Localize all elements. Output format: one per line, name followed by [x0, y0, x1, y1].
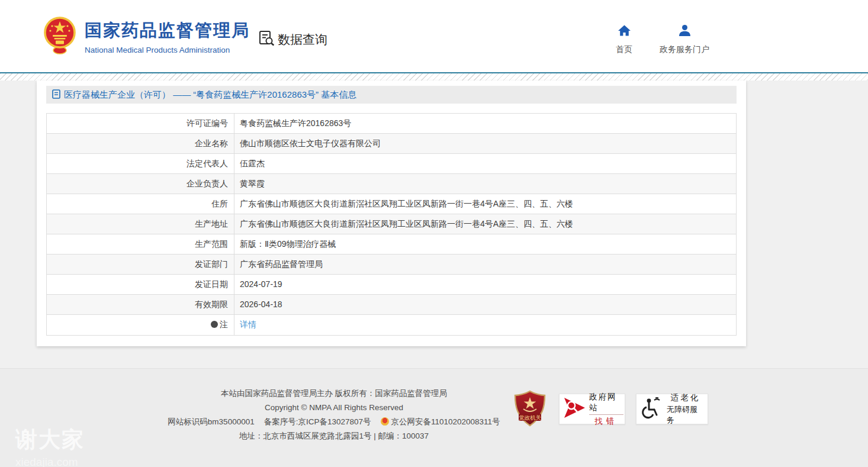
- site-brand: 国家药品监督管理局 National Medical Products Admi…: [44, 16, 250, 57]
- row-value: 粤食药监械生产许20162863号: [234, 114, 736, 133]
- find-error-divider: [589, 414, 623, 415]
- row-label: 住所: [47, 194, 234, 214]
- party-emblem-label: 党政机关: [519, 414, 542, 421]
- row-value: 详情: [234, 315, 736, 335]
- row-label: 许可证编号: [47, 114, 234, 133]
- row-label: 发证日期: [47, 275, 234, 294]
- panel-title-bar: 医疗器械生产企业（许可） —— “粤食药监械生产许20162863号” 基本信息: [46, 86, 737, 104]
- document-icon: [52, 89, 60, 101]
- nav-portal-label: 政务服务门户: [660, 44, 709, 55]
- nav-home[interactable]: 首页: [616, 24, 632, 55]
- row-label: 有效期限: [47, 295, 234, 314]
- row-value: 广东省佛山市顺德区大良街道新滘社区凤翔工业区凤新路一街一巷4号A座三、四、五、六…: [234, 194, 736, 214]
- site-code: 网站标识码bm35000001: [168, 415, 254, 429]
- national-emblem-logo: [44, 16, 76, 57]
- footer-text-block: 本站由国家药品监督管理局主办 版权所有：国家药品监督管理局 Copyright …: [159, 387, 509, 443]
- table-row: 企业负责人 黄翠霞: [47, 174, 736, 194]
- bullet-icon: [211, 321, 218, 328]
- table-row: 发证日期 2024-07-19: [47, 275, 736, 295]
- find-error-top-label: 政府网站: [589, 392, 623, 413]
- find-error-bottom-label: 找错: [595, 416, 618, 427]
- top-navigation: 首页 政务服务门户: [616, 24, 709, 55]
- row-label: 企业负责人: [47, 174, 234, 194]
- document-search-icon: [258, 30, 275, 49]
- site-title: 国家药品监督管理局: [85, 19, 250, 43]
- icp-link[interactable]: 备案序号:京ICP备13027807号: [264, 415, 371, 429]
- accessibility-icon: [640, 396, 664, 422]
- table-row: 生产范围 新版：Ⅱ类09物理治疗器械: [47, 234, 736, 255]
- nav-portal[interactable]: 政务服务门户: [660, 24, 709, 55]
- license-info-table: 许可证编号 粤食药监械生产许20162863号 企业名称 佛山市顺德区依士文电子…: [46, 113, 737, 336]
- table-row: 法定代表人 伍霆杰: [47, 154, 736, 174]
- site-title-block: 国家药品监督管理局 National Medical Products Admi…: [85, 19, 250, 54]
- row-value: 新版：Ⅱ类09物理治疗器械: [234, 234, 736, 254]
- accessibility-bottom-label: 无障碍服务: [667, 404, 704, 426]
- table-row: 有效期限 2026-04-18: [47, 295, 736, 315]
- row-value: 佛山市顺德区依士文电子仪器有限公司: [234, 134, 736, 153]
- table-row: 许可证编号 粤食药监械生产许20162863号: [47, 114, 736, 134]
- row-value: 2026-04-18: [234, 295, 736, 314]
- home-icon: [617, 24, 632, 40]
- site-header: 国家药品监督管理局 National Medical Products Admi…: [0, 0, 868, 72]
- table-row: 生产地址 广东省佛山市顺德区大良街道新滘社区凤翔工业区凤新路一街一巷4号A座三、…: [47, 214, 736, 234]
- row-value: 黄翠霞: [234, 174, 736, 194]
- gongan-link[interactable]: 京公网安备11010202008311号: [391, 417, 500, 426]
- footer-copyright-line: Copyright © NMPA All Rights Reserved: [159, 401, 509, 415]
- footer-registration-line: 网站标识码bm35000001 备案序号:京ICP备13027807号 京公网安…: [159, 415, 509, 429]
- row-value: 广东省药品监督管理局: [234, 255, 736, 274]
- row-label: 企业名称: [47, 134, 234, 153]
- accessibility-badge[interactable]: 适老化 无障碍服务: [636, 394, 708, 424]
- accessibility-text: 适老化 无障碍服务: [667, 392, 704, 426]
- row-label: 注: [47, 315, 234, 335]
- detail-link[interactable]: 详情: [240, 320, 256, 329]
- row-value: 广东省佛山市顺德区大良街道新滘社区凤翔工业区凤新路一街一巷4号A座三、四、五、六…: [234, 214, 736, 234]
- find-error-text: 政府网站 找错: [589, 392, 623, 427]
- row-label: 生产范围: [47, 234, 234, 254]
- site-footer: 本站由国家药品监督管理局主办 版权所有：国家药品监督管理局 Copyright …: [0, 368, 868, 467]
- row-label: 生产地址: [47, 214, 234, 234]
- page-title: 医疗器械生产企业（许可） —— “粤食药监械生产许20162863号” 基本信息: [64, 89, 356, 101]
- row-label: 发证部门: [47, 255, 234, 274]
- main-content-area: 医疗器械生产企业（许可） —— “粤食药监械生产许20162863号” 基本信息…: [0, 80, 868, 368]
- party-emblem-badge[interactable]: 党政机关: [513, 390, 547, 429]
- header-hatch-strip: [0, 73, 868, 80]
- site-error-badge[interactable]: 政府网站 找错: [559, 394, 625, 424]
- table-row: 发证部门 广东省药品监督管理局: [47, 255, 736, 275]
- table-row: 住所 广东省佛山市顺德区大良街道新滘社区凤翔工业区凤新路一街一巷4号A座三、四、…: [47, 194, 736, 214]
- user-icon: [677, 24, 692, 40]
- data-query-label: 数据查询: [278, 31, 327, 48]
- table-row: 企业名称 佛山市顺德区依士文电子仪器有限公司: [47, 134, 736, 154]
- row-label: 法定代表人: [47, 154, 234, 173]
- gongan-item[interactable]: 京公网安备11010202008311号: [381, 415, 500, 429]
- accessibility-top-label: 适老化: [671, 392, 700, 403]
- data-query-section[interactable]: 数据查询: [258, 30, 327, 49]
- nav-home-label: 首页: [616, 44, 632, 55]
- site-subtitle: National Medical Products Administration: [85, 46, 250, 54]
- find-error-icon: [562, 396, 587, 422]
- row-value: 伍霆杰: [234, 154, 736, 173]
- footer-address-line: 地址：北京市西城区展览路北露园1号 | 邮编：100037: [159, 429, 509, 443]
- row-value: 2024-07-19: [234, 275, 736, 294]
- remarks-label: 注: [220, 320, 228, 329]
- gongan-badge-icon: [381, 417, 389, 426]
- footer-host-line: 本站由国家药品监督管理局主办 版权所有：国家药品监督管理局: [159, 387, 509, 401]
- table-row-remarks: 注 详情: [47, 315, 736, 335]
- license-info-card: 医疗器械生产企业（许可） —— “粤食药监械生产许20162863号” 基本信息…: [37, 80, 746, 346]
